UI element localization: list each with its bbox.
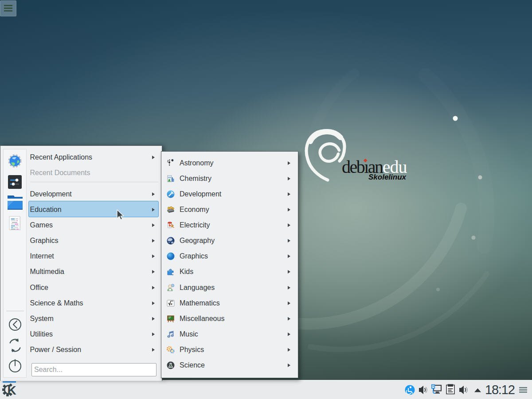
svg-text:x: x [170, 301, 173, 306]
svg-text:K: K [8, 383, 16, 397]
